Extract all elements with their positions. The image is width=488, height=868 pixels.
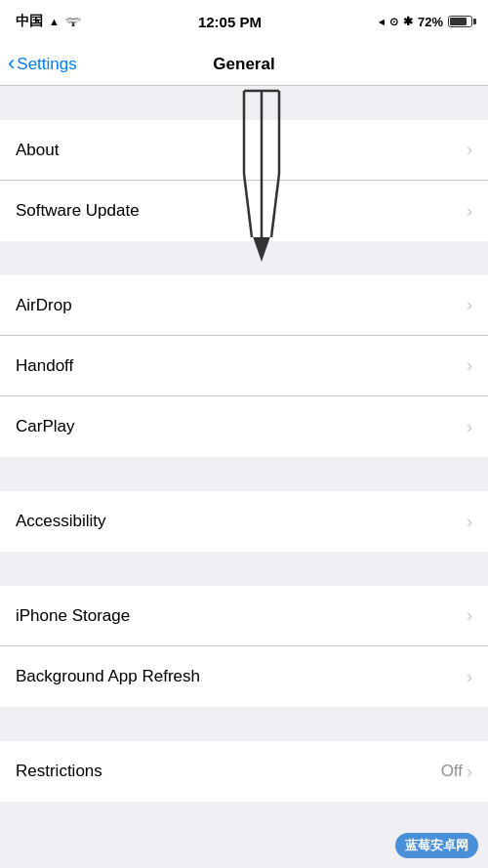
accessibility-right: › bbox=[467, 512, 472, 532]
about-chevron-icon: › bbox=[467, 140, 472, 160]
location-icon: ◂ bbox=[379, 16, 385, 28]
signal-icon: ▲ bbox=[49, 16, 60, 27]
section-gap-top bbox=[0, 86, 488, 120]
airdrop-row[interactable]: AirDrop › bbox=[0, 275, 488, 336]
wifi-icon bbox=[65, 14, 81, 29]
section-gap-4 bbox=[0, 552, 488, 586]
svg-point-0 bbox=[71, 24, 74, 27]
section-2: AirDrop › Handoff › CarPlay › bbox=[0, 275, 488, 457]
section-gap-3 bbox=[0, 457, 488, 491]
back-button[interactable]: ‹ Settings bbox=[8, 54, 77, 74]
restrictions-label: Restrictions bbox=[16, 762, 102, 781]
software-update-row[interactable]: Software Update › bbox=[0, 181, 488, 241]
iphone-storage-label: iPhone Storage bbox=[16, 606, 130, 626]
back-label: Settings bbox=[17, 55, 76, 74]
status-bar: 中国 ▲ 12:05 PM ◂ ⊙ ✱ 72% bbox=[0, 0, 488, 43]
carplay-chevron-icon: › bbox=[467, 417, 472, 437]
restrictions-row[interactable]: Restrictions Off › bbox=[0, 741, 488, 802]
handoff-right: › bbox=[467, 355, 472, 376]
restrictions-right: Off › bbox=[441, 762, 472, 782]
iphone-storage-right: › bbox=[467, 605, 472, 626]
handoff-label: Handoff bbox=[16, 356, 73, 376]
alarm-icon: ⊙ bbox=[389, 16, 398, 28]
page-title: General bbox=[213, 55, 274, 74]
carplay-right: › bbox=[467, 417, 472, 437]
accessibility-label: Accessibility bbox=[16, 512, 106, 531]
about-row[interactable]: About › bbox=[0, 120, 488, 181]
status-right: ◂ ⊙ ✱ 72% bbox=[379, 15, 472, 29]
carplay-row[interactable]: CarPlay › bbox=[0, 396, 488, 457]
status-time: 12:05 PM bbox=[198, 14, 262, 30]
background-app-refresh-chevron-icon: › bbox=[467, 667, 472, 687]
status-left: 中国 ▲ bbox=[16, 13, 81, 30]
software-update-chevron-icon: › bbox=[467, 201, 472, 222]
software-update-label: Software Update bbox=[16, 201, 140, 221]
bluetooth-icon: ✱ bbox=[403, 15, 413, 28]
restrictions-chevron-icon: › bbox=[467, 762, 472, 782]
section-gap-bottom bbox=[0, 802, 488, 836]
airdrop-right: › bbox=[467, 295, 472, 315]
section-gap-2 bbox=[0, 241, 488, 275]
restrictions-value: Off bbox=[441, 762, 463, 781]
handoff-row[interactable]: Handoff › bbox=[0, 336, 488, 396]
background-app-refresh-label: Background App Refresh bbox=[16, 667, 200, 686]
battery-percent: 72% bbox=[418, 15, 443, 29]
about-right: › bbox=[467, 140, 472, 160]
accessibility-chevron-icon: › bbox=[467, 512, 472, 532]
carrier-text: 中国 bbox=[16, 13, 43, 30]
background-app-refresh-row[interactable]: Background App Refresh › bbox=[0, 646, 488, 707]
airdrop-label: AirDrop bbox=[16, 296, 72, 315]
nav-bar: ‹ Settings General bbox=[0, 43, 488, 86]
section-1: About › Software Update › bbox=[0, 120, 488, 241]
software-update-right: › bbox=[467, 201, 472, 222]
back-chevron-icon: ‹ bbox=[8, 53, 15, 74]
background-app-refresh-right: › bbox=[467, 667, 472, 687]
iphone-storage-chevron-icon: › bbox=[467, 605, 472, 626]
battery-fill bbox=[450, 18, 467, 25]
section-5: Restrictions Off › bbox=[0, 741, 488, 802]
airdrop-chevron-icon: › bbox=[467, 295, 472, 315]
settings-content: About › Software Update › AirDrop › Hand… bbox=[0, 86, 488, 868]
about-label: About bbox=[16, 141, 59, 160]
battery-icon bbox=[448, 16, 472, 27]
section-3: Accessibility › bbox=[0, 491, 488, 552]
handoff-chevron-icon: › bbox=[467, 355, 472, 376]
section-gap-5 bbox=[0, 707, 488, 741]
section-4: iPhone Storage › Background App Refresh … bbox=[0, 586, 488, 707]
carplay-label: CarPlay bbox=[16, 417, 74, 436]
accessibility-row[interactable]: Accessibility › bbox=[0, 491, 488, 552]
iphone-storage-row[interactable]: iPhone Storage › bbox=[0, 586, 488, 646]
